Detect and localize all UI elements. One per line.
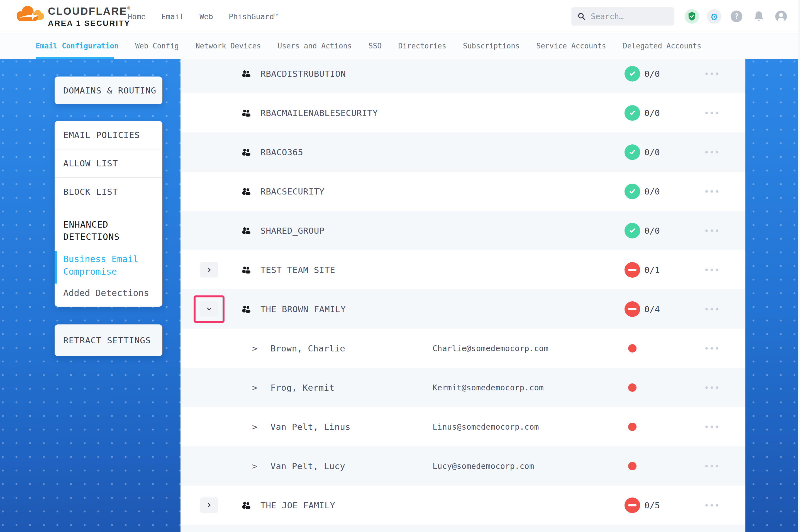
status-dot-icon	[628, 344, 636, 353]
table-row: RBACMAILENABLESECURITY0/0	[181, 93, 745, 132]
row-menu-button[interactable]	[705, 465, 719, 467]
row-menu-button[interactable]	[705, 190, 719, 192]
child-chevron-icon: >	[252, 422, 257, 432]
group-name: SHARED_GROUP	[260, 226, 325, 236]
shield-check-icon[interactable]	[685, 9, 699, 24]
group-name: TEST TEAM SITE	[260, 265, 335, 275]
search-input[interactable]	[590, 12, 667, 21]
top-nav-item-web[interactable]: Web	[199, 12, 213, 21]
enhanced-detections-section: ENHANCED DETECTIONS Business Email Compr…	[55, 206, 162, 299]
status-dot-icon	[628, 383, 636, 392]
expand-group-button[interactable]	[200, 497, 218, 513]
member-count: 0/0	[644, 69, 660, 79]
tab-service-accounts[interactable]: Service Accounts	[537, 42, 606, 50]
member-count: 0/1	[644, 265, 660, 275]
group-icon	[242, 305, 251, 313]
group-icon	[242, 188, 251, 195]
brand-text: CLOUDFLARE® AREA 1 SECURITY	[48, 5, 130, 28]
table-row: THE JOE FAMILY0/5	[181, 486, 745, 525]
row-menu-button[interactable]	[705, 151, 719, 153]
top-nav-item-email[interactable]: Email	[161, 12, 184, 21]
member-count: 0/5	[644, 500, 660, 510]
sidebar-item-email-policies[interactable]: EMAIL POLICIES	[55, 121, 162, 149]
tab-subscriptions[interactable]: Subscriptions	[463, 42, 520, 50]
sidebar-item-label: Business Email Compromise	[63, 254, 139, 277]
tab-sso[interactable]: SSO	[368, 42, 382, 50]
user-email: Kermit@somedemocorp.com	[433, 383, 544, 392]
sidebar-item-domains-routing[interactable]: DOMAINS & ROUTING	[55, 86, 156, 95]
gear-glyph: ⚙	[711, 11, 717, 22]
group-name: THE BROWN FAMILY	[260, 304, 346, 314]
sidebar-item-block-list[interactable]: BLOCK LIST	[55, 178, 162, 206]
tab-email-configuration[interactable]: Email Configuration	[36, 42, 119, 50]
status-blocked-icon	[624, 262, 640, 278]
child-chevron-icon: >	[252, 343, 257, 354]
table-row: TEST TEAM SITE0/1	[181, 250, 745, 289]
member-count: 0/0	[644, 226, 660, 236]
bell-icon[interactable]	[751, 9, 766, 24]
row-menu-button[interactable]	[705, 386, 719, 389]
status-blocked-icon	[624, 497, 640, 513]
cloudflare-logo-icon	[16, 3, 45, 25]
tab-delegated-accounts[interactable]: Delegated Accounts	[623, 42, 702, 50]
group-icon	[242, 227, 251, 234]
row-menu-button[interactable]	[705, 72, 719, 75]
config-tabs: Email ConfigurationWeb ConfigNetwork Dev…	[36, 33, 702, 59]
member-count: 0/0	[644, 147, 660, 157]
account-icon[interactable]	[774, 9, 788, 24]
sidebar-item-allow-list[interactable]: ALLOW LIST	[55, 149, 162, 178]
sidebar-item-business-email-compromise[interactable]: Business Email Compromise	[63, 253, 154, 278]
sidebar-card-domains-routing[interactable]: DOMAINS & ROUTING	[55, 77, 162, 104]
group-icon	[242, 266, 251, 274]
table-row: RBACSECURITY0/0	[181, 172, 745, 211]
group-name: RBACMAILENABLESECURITY	[260, 108, 378, 118]
table-row: SHARED_GROUP0/0	[181, 211, 745, 250]
tab-users-and-actions[interactable]: Users and Actions	[278, 42, 352, 50]
annotation-highlight-box	[194, 295, 224, 323]
sidebar-card-policies: EMAIL POLICIESALLOW LISTBLOCK LIST ENHAN…	[55, 121, 162, 307]
active-tab-underline	[36, 57, 114, 59]
header-icon-cluster: ⚙ ?	[685, 9, 788, 24]
sidebar-item-retract-settings[interactable]: RETRACT SETTINGS	[55, 335, 151, 345]
expand-group-button[interactable]	[200, 262, 218, 278]
table-row: RBACO3650/0	[181, 132, 745, 172]
tab-network-devices[interactable]: Network Devices	[196, 42, 261, 50]
search-box[interactable]	[571, 7, 674, 25]
status-blocked-icon	[624, 301, 640, 317]
gear-icon[interactable]: ⚙	[707, 9, 722, 24]
user-name: Frog, Kermit	[271, 383, 334, 393]
svg-text:?: ?	[734, 12, 739, 21]
sidebar-card-retract-settings[interactable]: RETRACT SETTINGS	[55, 324, 162, 356]
row-menu-button[interactable]	[705, 425, 719, 428]
top-nav: HomeEmailWebPhishGuard™	[128, 0, 278, 33]
row-menu-button[interactable]	[705, 112, 719, 114]
tab-directories[interactable]: Directories	[398, 42, 446, 50]
table-row: >Brown, CharlieCharlie@somedemocorp.com	[181, 329, 745, 368]
table-row: >Van Pelt, LinusLinus@somedemocorp.com	[181, 407, 745, 446]
child-chevron-icon: >	[252, 383, 257, 393]
table-row: >Frog, KermitKermit@somedemocorp.com	[181, 368, 745, 407]
row-menu-button[interactable]	[705, 308, 719, 310]
member-count: 0/0	[644, 108, 660, 118]
table-row: THE BROWN FAMILY0/4	[181, 289, 745, 329]
top-nav-item-phishguard[interactable]: PhishGuard™	[229, 12, 278, 21]
table-row: >Van Pelt, LucyLucy@somedemocorp.com	[181, 446, 745, 486]
status-enabled-icon	[624, 105, 640, 121]
top-nav-item-home[interactable]: Home	[128, 12, 146, 21]
page-scrollbar[interactable]	[798, 0, 800, 532]
row-menu-button[interactable]	[705, 504, 719, 507]
row-menu-button[interactable]	[705, 229, 719, 232]
sidebar-item-added-detections[interactable]: Added Detections	[63, 287, 154, 299]
top-header: CLOUDFLARE® AREA 1 SECURITY HomeEmailWeb…	[0, 0, 800, 33]
collapse-group-button[interactable]	[200, 301, 218, 317]
group-icon	[242, 148, 251, 156]
group-name: THE JOE FAMILY	[260, 500, 335, 510]
tab-web-config[interactable]: Web Config	[135, 42, 179, 50]
status-enabled-icon	[624, 184, 640, 199]
search-icon	[578, 12, 586, 21]
row-menu-button[interactable]	[705, 347, 719, 349]
row-menu-button[interactable]	[705, 268, 719, 271]
config-tabs-bar: Email ConfigurationWeb ConfigNetwork Dev…	[0, 33, 800, 59]
groups-table-rows: RBACDISTRUBUTION0/0RBACMAILENABLESECURIT…	[181, 59, 745, 532]
help-icon[interactable]: ?	[729, 9, 744, 24]
